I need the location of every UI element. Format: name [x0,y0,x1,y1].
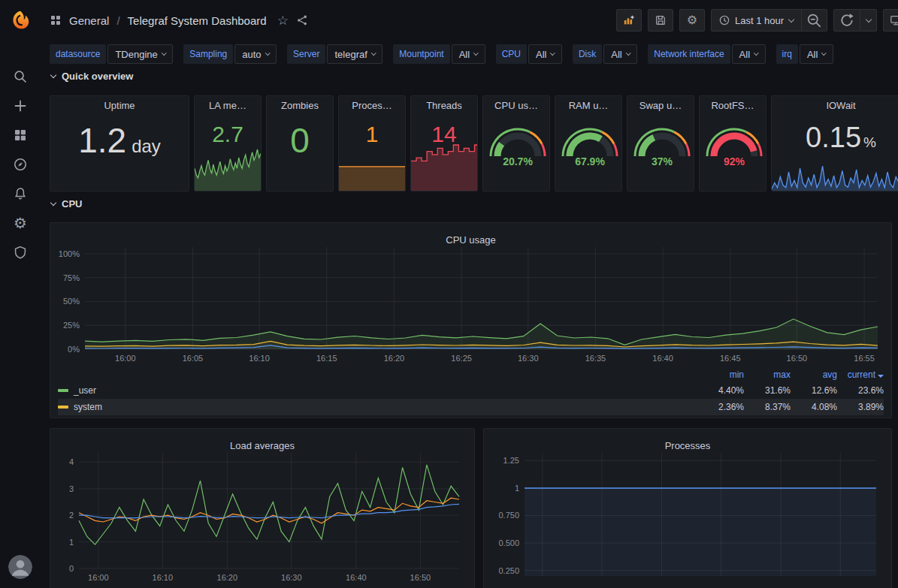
stat-panel-proces: Proces…1 [338,95,406,191]
star-icon[interactable]: ☆ [277,13,289,29]
breadcrumb-section[interactable]: General [69,14,109,27]
stat-panel-title[interactable]: LA me… [195,100,261,111]
svg-text:16:05: 16:05 [183,354,204,363]
sidebar-item-server-admin[interactable] [0,237,41,267]
save-dashboard-button[interactable] [648,9,673,32]
add-panel-button[interactable] [616,9,642,32]
stat-panel-iowait: IOWait0.15% [771,95,898,191]
svg-text:0.500: 0.500 [498,538,519,547]
legend-series-name[interactable]: system [58,402,697,412]
stat-panel-zombies: Zombies0 [266,95,334,191]
variable-datasource: datasourceTDengine [50,44,173,64]
svg-text:16:00: 16:00 [88,573,109,582]
variable-value-dropdown[interactable]: auto [234,44,277,64]
svg-text:16:50: 16:50 [410,573,431,582]
legend-column-avg[interactable]: avg [791,369,837,380]
variable-value-dropdown[interactable]: TDengine [107,44,173,64]
dashboards-icon [13,128,28,143]
stat-panel-title[interactable]: Proces… [339,100,405,111]
variable-value-dropdown[interactable]: All [732,44,766,64]
stat-panel-title[interactable]: Uptime [50,100,189,111]
stat-panel-title[interactable]: Threads [411,100,477,111]
refresh-interval-dropdown[interactable] [860,10,876,31]
refresh-button[interactable] [834,10,860,31]
processes-chart[interactable]: 1.2510.7500.5000.250 [490,445,887,588]
svg-text:1: 1 [69,538,74,547]
variable-value-dropdown[interactable]: telegraf [327,44,382,64]
dashboard-settings-button[interactable]: ⚙ [679,9,705,32]
stat-panel-title[interactable]: Zombies [267,100,333,111]
chevron-down-icon [865,16,871,22]
sidebar-nav: ⚙ [0,62,41,267]
legend-series-name[interactable]: _user [58,385,697,396]
share-icon[interactable] [296,14,308,26]
stat-panel-title[interactable]: RAM u… [555,100,621,111]
svg-text:1.25: 1.25 [503,456,519,465]
legend-value: 12.6% [791,385,837,396]
stat-panel-title[interactable]: IOWait [772,100,898,111]
series-color-swatch [58,406,68,409]
chevron-down-icon [754,50,758,55]
svg-text:37%: 37% [652,155,673,167]
variable-value-dropdown[interactable]: All [603,44,637,64]
breadcrumb: General / Telegraf System Dashboard ☆ [50,13,308,29]
variable-irq: irqAll [776,44,833,64]
sidebar-item-configuration[interactable]: ⚙ [0,208,41,237]
time-controls: Last 1 hour [711,9,827,32]
cpu-usage-chart[interactable]: 0%25%50%75%100%16:0016:0516:1016:1516:20… [56,240,887,367]
svg-text:16:20: 16:20 [384,354,405,363]
variables-row: datasourceTDengineSamplingautoServertele… [50,42,833,66]
variable-value-dropdown[interactable]: All [528,44,562,64]
legend-value: 4.08% [791,402,837,412]
load-averages-chart[interactable]: 0123416:0016:1016:2016:3016:4016:50 [56,445,470,588]
sidebar-item-explore[interactable] [0,149,41,179]
svg-text:20.7%: 20.7% [503,155,533,167]
gauge: 67.9% [555,119,621,168]
legend-value: 3.89% [837,402,884,412]
svg-text:16:25: 16:25 [451,354,472,363]
legend-value: 23.6% [837,385,884,396]
sidebar-item-alerting[interactable] [0,179,41,208]
stat-panel-title[interactable]: CPU us… [483,100,549,111]
legend-row-iowait: iowait0.626%4.11%1.18%1.24% [58,415,884,418]
zoom-out-button[interactable] [801,10,827,31]
gear-icon: ⚙ [14,216,27,231]
legend-column-min[interactable]: min [697,369,744,380]
breadcrumb-title[interactable]: Telegraf System Dashboard [128,14,267,27]
sidebar-item-search[interactable] [0,62,41,91]
sidebar: ⚙ [0,0,41,588]
breadcrumb-separator: / [116,14,119,27]
sidebar-item-add[interactable] [0,91,41,120]
chevron-down-icon [50,71,56,77]
grafana-logo[interactable] [9,9,32,32]
stat-panel-title[interactable]: RootFS… [700,100,766,111]
legend-row-system: system2.36%8.37%4.08%3.89% [58,399,884,415]
stat-value: 0.15 [806,122,861,153]
row-header-quick-overview[interactable]: Quick overview [51,71,133,82]
dashboard: datasourceTDengineSamplingautoServertele… [41,41,898,588]
variable-label: CPU [496,44,527,64]
legend-value: 8.37% [744,402,791,412]
svg-text:16:30: 16:30 [518,354,539,363]
time-range-picker[interactable]: Last 1 hour [712,10,801,31]
legend-column-max[interactable]: max [744,369,791,380]
row-header-cpu[interactable]: CPU [51,198,82,210]
stat-panel-title[interactable]: Swap u… [627,100,694,111]
stat-panel-rootfs: RootFS…92% [699,95,766,191]
variable-value-dropdown[interactable]: All [452,44,485,64]
svg-text:16:50: 16:50 [787,354,808,363]
stat-value: 0 [290,123,310,158]
chevron-down-icon [473,50,478,55]
user-avatar[interactable] [8,555,32,579]
legend-column-current[interactable]: current [837,369,884,380]
svg-text:16:00: 16:00 [115,354,136,363]
kiosk-mode-button[interactable] [883,9,898,32]
chevron-down-icon [788,16,794,22]
sidebar-item-dashboards[interactable] [0,120,41,149]
svg-text:16:10: 16:10 [153,573,174,582]
stat-value: 14 [431,122,456,146]
refresh-controls [833,9,877,32]
svg-text:16:40: 16:40 [346,573,367,582]
variable-value-dropdown[interactable]: All [800,44,833,64]
svg-text:92%: 92% [724,155,745,167]
